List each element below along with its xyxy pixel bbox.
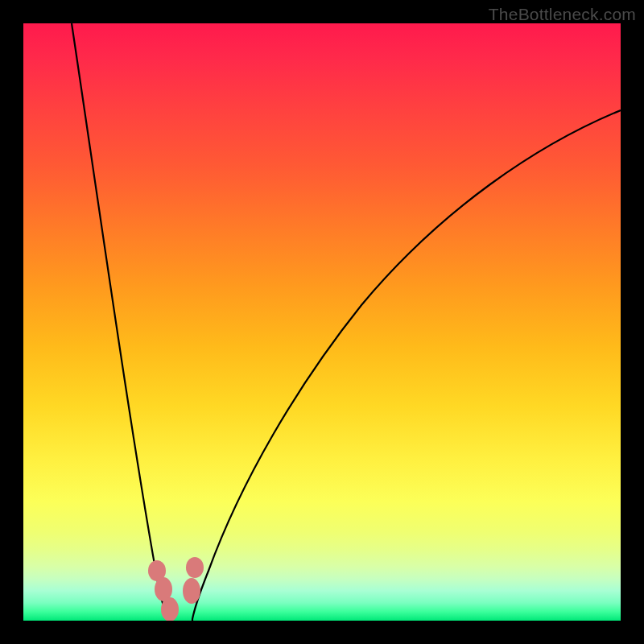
marker-right-top [186,557,204,578]
curve-right-arm [192,110,621,621]
marker-left-bottom [161,597,179,621]
marker-group [148,557,204,621]
chart-frame: TheBottleneck.com [0,0,644,644]
curves-svg [23,23,621,621]
marker-right-bottom [183,578,200,604]
curve-left-arm [72,23,170,621]
curve-group [72,23,621,621]
plot-area [23,23,621,621]
watermark-text: TheBottleneck.com [489,5,636,24]
